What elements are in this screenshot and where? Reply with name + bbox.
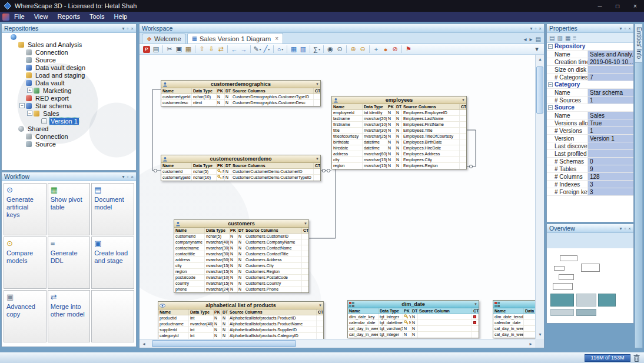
attribute-row[interactable]: firstnamenvarchar(10)NNEmployees.FirstNa…	[332, 122, 466, 128]
tab-list-icon[interactable]: ▤	[536, 36, 541, 42]
menu-view[interactable]: View	[29, 12, 53, 22]
layout-icon[interactable]: ▥	[298, 45, 308, 54]
preview-icon[interactable]: ◉	[326, 45, 335, 54]
close-icon[interactable]: ×	[539, 26, 542, 31]
dropdown-caret-icon[interactable]: ▾	[281, 47, 283, 51]
property-row[interactable]: Last profiled at	[547, 150, 633, 158]
attribute-row[interactable]: postalcodenvarchar(10)NNCustomers.Postal…	[174, 275, 308, 281]
workflow-tile-generate-artificial-keys[interactable]: ⊙Generate artificial keys	[4, 183, 47, 235]
tree-item-source-14[interactable]: Source	[2, 140, 136, 148]
close-tab-icon[interactable]: ×	[275, 35, 278, 42]
collapse-all-icon[interactable]: ≡	[573, 35, 576, 41]
attribute-row[interactable]: citynvarchar(15)NNEmployees.City	[332, 157, 466, 163]
property-section-repository[interactable]: −Repository	[547, 43, 633, 51]
tree-item-connection-13[interactable]: Connection	[2, 132, 136, 140]
horizontal-scroll-thumb[interactable]	[152, 340, 296, 347]
attribute-row[interactable]: customeridnchar(5)NNCustomers.CustomerID	[174, 234, 308, 239]
close-icon[interactable]: ×	[628, 226, 631, 231]
pdf-export-icon[interactable]: P	[142, 45, 151, 54]
entity-customers[interactable]: customers▼NameData TypePKDTSource Column…	[174, 219, 309, 293]
entity-title-bar[interactable]: employees▼	[332, 96, 466, 104]
sync-model-icon[interactable]: ⇄	[216, 45, 225, 54]
overview-minimap[interactable]	[547, 233, 633, 323]
property-row[interactable]: Versions allo...True	[547, 119, 633, 127]
attribute-row[interactable]: productidintNNAlphabeticallistofproducts…	[158, 315, 323, 321]
scroll-up-icon[interactable]: ▴	[536, 55, 545, 64]
attribute-row[interactable]: countrynvarchar(15)NNCustomers.Country	[174, 281, 308, 287]
close-icon[interactable]: ×	[628, 26, 631, 31]
entity-title-bar[interactable]: dim_date▼	[348, 301, 479, 308]
tree-item-version-1-11[interactable]: Version 1	[2, 117, 136, 125]
sort-icon[interactable]: ▼	[316, 156, 319, 162]
sort-icon[interactable]: ▼	[474, 302, 477, 307]
attribute-row[interactable]: customerdescntextNNCustomerDemographics.…	[161, 100, 320, 106]
tree-item-connection-2[interactable]: Connection	[2, 48, 136, 56]
collapse-section-icon[interactable]: −	[548, 44, 553, 49]
tab-welcome[interactable]: ❖Welcome	[142, 34, 186, 44]
pencil-icon[interactable]: ✎▾	[253, 45, 262, 54]
property-row[interactable]: # Schemas0	[547, 158, 633, 165]
property-row[interactable]: NameSales and Analy...	[547, 51, 633, 58]
sort-icon[interactable]: ▼	[304, 221, 307, 227]
print-icon[interactable]: ▤	[151, 45, 161, 54]
alphabetical-view-icon[interactable]: ▥	[557, 35, 562, 41]
shape-icon[interactable]: ○▾	[275, 45, 285, 54]
expander-icon[interactable]: +	[27, 88, 32, 93]
property-row[interactable]: Creation time...2019-06-10 10...	[547, 58, 633, 66]
pin-icon[interactable]: ⚑	[404, 45, 413, 54]
cut-icon[interactable]: ✂	[165, 45, 174, 54]
paste-icon[interactable]: ▦	[184, 45, 193, 54]
attribute-row[interactable]: categoryidintNNAlphabeticallistofproduct…	[158, 333, 323, 339]
workflow-tile-merge-into-other-model[interactable]: ⇄Merge into other model	[48, 290, 91, 342]
entity-alphabetical-list-of-products[interactable]: alphabetical list of products▼NameData T…	[158, 301, 324, 339]
scroll-left-icon[interactable]: ◂	[140, 339, 148, 348]
tools-icon[interactable]: +	[371, 45, 381, 54]
sort-icon[interactable]: ▼	[462, 98, 465, 103]
attribute-row[interactable]: regionnvarchar(15)NNCustomers.Region	[174, 269, 308, 275]
grid-icon[interactable]: ▦	[289, 45, 298, 54]
attribute-row[interactable]: regionnvarchar(15)NNEmployees.Region	[332, 163, 466, 169]
expander-icon[interactable]: −	[27, 111, 32, 116]
property-row[interactable]: # Versions1	[547, 127, 633, 135]
attribute-row[interactable]: calendar_datetgt_datetimeNN	[348, 320, 479, 326]
forward-icon[interactable]: →	[239, 45, 248, 54]
attribute-row[interactable]: citynvarchar(15)NNCustomers.City	[174, 263, 308, 269]
tree-item-marketing-7[interactable]: +Marketing	[2, 86, 136, 94]
workflow-tile-show-pivot-table[interactable]: ▦Show pivot table	[48, 183, 91, 235]
prev-tab-icon[interactable]: ◂	[523, 36, 526, 42]
attribute-row[interactable]: cal_day_in_week	[493, 326, 535, 332]
chart-icon[interactable]: ●	[381, 45, 390, 54]
close-button[interactable]: ×	[626, 0, 644, 12]
find-icon[interactable]: ⊙	[335, 45, 344, 54]
minimize-button[interactable]: ─	[591, 0, 609, 12]
maximize-button[interactable]: □	[609, 0, 626, 12]
tab-sales-version-1-diagram[interactable]: ▦Sales Version 1 Diagram×	[187, 33, 283, 44]
attribute-row[interactable]: customertypeidnchar(10)NNCustomerCustome…	[161, 175, 320, 181]
auto-hide-icon[interactable]: ▾	[619, 226, 622, 231]
workflow-tile-advanced-copy[interactable]: ▣Advanced copy	[4, 290, 47, 342]
workflow-tile-document-model[interactable]: ▤Document model	[91, 183, 134, 235]
back-icon[interactable]: ←	[230, 45, 239, 54]
attribute-row[interactable]: addressnvarchar(60)NNCustomers.Address	[174, 257, 308, 263]
memory-usage-badge[interactable]: 116M of 153M	[585, 354, 630, 362]
attribute-row[interactable]: cal_day_in_weektgt_integerNN	[348, 332, 479, 338]
workflow-tile-compare-models[interactable]: ⊙Compare models	[4, 237, 47, 289]
attribute-row[interactable]: titlenvarchar(30)NNEmployees.Title	[332, 128, 466, 134]
float-icon[interactable]: ▫	[624, 226, 626, 231]
property-row[interactable]: # Indexes3	[547, 181, 633, 188]
auto-hide-icon[interactable]: ▾	[530, 26, 532, 31]
collapse-section-icon[interactable]: −	[548, 105, 553, 110]
entities-info-tab[interactable]: Entities' Info	[635, 24, 642, 63]
property-row[interactable]: Size on disk	[547, 66, 633, 74]
attribute-row[interactable]: contacttitlenvarchar(30)NNCustomers.Cont…	[174, 251, 308, 257]
dropdown-caret-icon[interactable]: ▾	[268, 47, 270, 51]
sort-icon[interactable]: ▼	[316, 82, 319, 87]
attribute-row[interactable]: addressnvarchar(60)NNEmployees.Address	[332, 151, 466, 157]
attribute-row[interactable]: cal_day_in_weektgt_varchar(3)NN	[348, 326, 479, 332]
entity-customerdemographics[interactable]: customerdemographics▼NameData TypePKDTSo…	[161, 80, 321, 106]
attribute-row[interactable]: dim_date_keytgt_integerYN	[348, 314, 479, 320]
float-icon[interactable]: ▫	[535, 26, 536, 31]
expand-all-icon[interactable]: ▦	[565, 35, 570, 41]
categorized-view-icon[interactable]: ▤	[549, 35, 555, 41]
float-icon[interactable]: ▫	[127, 26, 128, 31]
